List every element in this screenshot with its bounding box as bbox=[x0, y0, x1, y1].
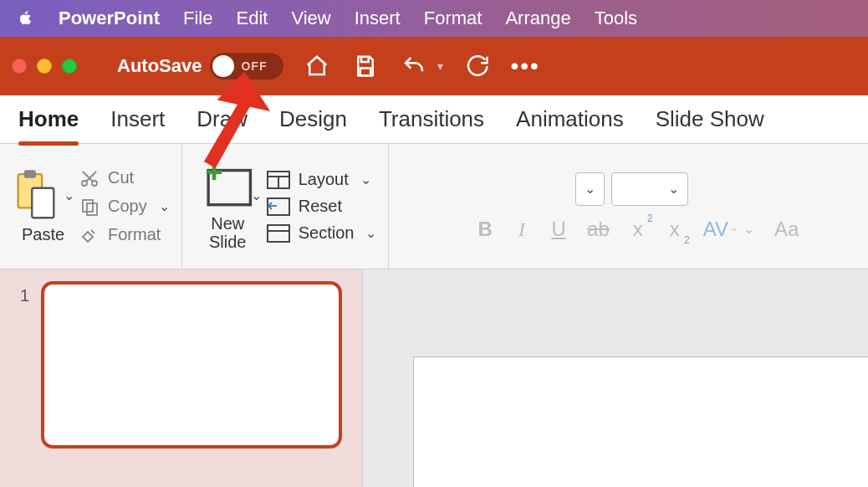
mac-menubar: PowerPoint File Edit View Insert Format … bbox=[0, 0, 868, 37]
copy-dropdown-icon[interactable]: ⌄ bbox=[159, 198, 170, 214]
autosave-state: OFF bbox=[241, 59, 267, 73]
mac-menu-arrange[interactable]: Arrange bbox=[505, 8, 570, 29]
bold-button[interactable]: B bbox=[477, 218, 493, 241]
font-group: ⌄ ⌄ B I U ab x2 x2 AV↔⌄ Aa bbox=[389, 144, 868, 269]
close-window-button[interactable] bbox=[12, 59, 27, 74]
section-label: Section bbox=[299, 223, 355, 243]
redo-button[interactable] bbox=[462, 51, 492, 81]
tab-insert[interactable]: Insert bbox=[110, 106, 165, 132]
slide-canvas[interactable] bbox=[413, 356, 868, 487]
svg-rect-2 bbox=[32, 188, 54, 218]
cut-label: Cut bbox=[108, 168, 134, 187]
window-controls bbox=[12, 59, 77, 74]
mac-menu-file[interactable]: File bbox=[183, 8, 212, 29]
font-family-select[interactable]: ⌄ bbox=[575, 172, 605, 206]
workspace: 1 bbox=[0, 269, 868, 487]
slides-group: ⌄ New Slide Layout ⌄ Reset Section ⌄ bbox=[182, 144, 390, 269]
cut-button[interactable]: Cut bbox=[79, 168, 170, 188]
italic-button[interactable]: I bbox=[513, 218, 530, 241]
svg-rect-14 bbox=[268, 225, 289, 242]
slide-canvas-area[interactable] bbox=[363, 269, 868, 487]
toggle-knob-icon bbox=[212, 55, 234, 77]
mac-menu-format[interactable]: Format bbox=[424, 8, 483, 29]
slide-thumbnail-panel[interactable]: 1 bbox=[0, 269, 363, 487]
new-slide-dropdown-icon[interactable]: ⌄ bbox=[251, 187, 262, 203]
home-button[interactable] bbox=[302, 51, 332, 81]
minimize-window-button[interactable] bbox=[37, 59, 52, 74]
tab-slideshow[interactable]: Slide Show bbox=[656, 106, 764, 132]
subscript-button[interactable]: x2 bbox=[666, 218, 683, 241]
window-titlebar: AutoSave OFF ▾ ••• bbox=[0, 37, 868, 95]
mac-menu-edit[interactable]: Edit bbox=[236, 8, 268, 29]
section-dropdown-icon[interactable]: ⌄ bbox=[365, 225, 376, 241]
svg-rect-6 bbox=[87, 203, 97, 215]
slide-thumbnail-1[interactable] bbox=[41, 281, 342, 449]
clipboard-group: ⌄ Paste Cut Copy ⌄ Format bbox=[0, 144, 182, 269]
font-size-select[interactable]: ⌄ bbox=[611, 172, 688, 206]
copy-button[interactable]: Copy ⌄ bbox=[79, 197, 170, 217]
tab-animations[interactable]: Animations bbox=[516, 106, 624, 132]
underline-button[interactable]: U bbox=[550, 218, 567, 241]
paste-button[interactable]: ⌄ bbox=[12, 168, 74, 222]
mac-menu-tools[interactable]: Tools bbox=[595, 8, 637, 29]
slide-number: 1 bbox=[20, 286, 29, 475]
undo-dropdown-icon[interactable]: ▾ bbox=[437, 59, 443, 73]
undo-button[interactable] bbox=[399, 51, 429, 81]
paste-dropdown-icon[interactable]: ⌄ bbox=[64, 187, 74, 203]
change-case-button[interactable]: Aa bbox=[774, 218, 799, 241]
svg-rect-5 bbox=[83, 200, 93, 212]
mac-menu-view[interactable]: View bbox=[291, 8, 330, 29]
ribbon-tabstrip: Home Insert Draw Design Transitions Anim… bbox=[0, 95, 868, 144]
autosave-toggle[interactable]: OFF bbox=[210, 53, 283, 79]
tab-home[interactable]: Home bbox=[18, 106, 79, 132]
chevron-down-icon: ⌄ bbox=[585, 181, 595, 197]
tab-transitions[interactable]: Transitions bbox=[379, 106, 484, 132]
char-spacing-button[interactable]: AV↔⌄ bbox=[703, 218, 754, 241]
new-slide-label: New Slide bbox=[209, 214, 246, 251]
svg-rect-13 bbox=[268, 198, 289, 215]
layout-label: Layout bbox=[299, 170, 349, 189]
layout-dropdown-icon[interactable]: ⌄ bbox=[360, 172, 371, 187]
autosave-label: AutoSave bbox=[117, 55, 202, 77]
copy-label: Copy bbox=[108, 197, 147, 216]
chevron-down-icon: ⌄ bbox=[668, 181, 679, 197]
section-button[interactable]: Section ⌄ bbox=[267, 223, 377, 244]
svg-rect-1 bbox=[24, 170, 36, 177]
new-slide-button[interactable]: ⌄ New Slide bbox=[194, 162, 262, 251]
layout-button[interactable]: Layout ⌄ bbox=[267, 170, 377, 190]
superscript-button[interactable]: x2 bbox=[630, 218, 646, 241]
tab-design[interactable]: Design bbox=[279, 106, 347, 132]
tab-draw[interactable]: Draw bbox=[197, 106, 248, 132]
reset-label: Reset bbox=[299, 197, 342, 216]
format-painter-button[interactable]: Format bbox=[79, 225, 170, 245]
paste-label: Paste bbox=[22, 225, 64, 244]
strikethrough-button[interactable]: ab bbox=[587, 218, 610, 241]
fullscreen-window-button[interactable] bbox=[62, 59, 77, 74]
mac-app-name[interactable]: PowerPoint bbox=[59, 8, 160, 29]
autosave-toggle-group: AutoSave OFF bbox=[117, 53, 283, 79]
apple-logo-icon[interactable] bbox=[15, 8, 35, 28]
mac-menu-insert[interactable]: Insert bbox=[355, 8, 401, 29]
save-button[interactable] bbox=[350, 51, 380, 81]
format-painter-label: Format bbox=[108, 225, 161, 244]
spacing-dropdown-icon[interactable]: ⌄ bbox=[743, 221, 754, 237]
reset-button[interactable]: Reset bbox=[267, 197, 377, 217]
ribbon-home: ⌄ Paste Cut Copy ⌄ Format ⌄ New Slide bbox=[0, 144, 868, 269]
